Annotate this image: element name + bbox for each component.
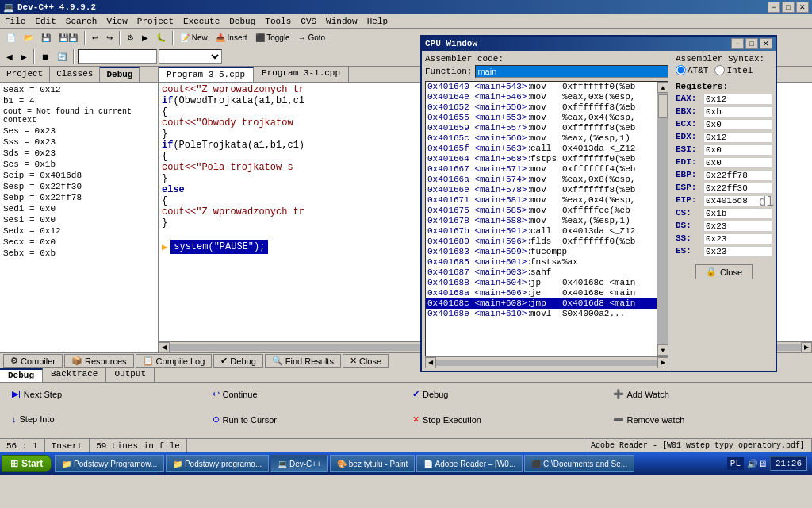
menu-search[interactable]: Search [61, 16, 102, 27]
debug-subtab-debug[interactable]: Debug [0, 368, 43, 382]
asm-row-18[interactable]: 0x401687 <main+603>:sahf [426, 267, 657, 278]
taskbar-item-1[interactable]: 📁 Podstawy programo... [166, 455, 269, 472]
toolbar-refresh[interactable]: 🔄 [54, 51, 70, 63]
asm-row-2[interactable]: 0x401652 <main+550>:mov0xfffffff8(%eb [426, 102, 657, 113]
tab-find-results[interactable]: 🔍 Find Results [265, 354, 341, 368]
asm-row-10[interactable]: 0x40166e <main+578>:mov0xfffffff8(%eb [426, 185, 657, 195]
toolbar-fwd[interactable]: ▶ [17, 51, 30, 63]
close-button[interactable]: ✕ [796, 2, 809, 13]
start-button[interactable]: ⊞ Start [2, 455, 52, 472]
menu-window[interactable]: Window [321, 16, 362, 27]
toolbar-search-input[interactable] [78, 49, 157, 64]
asm-row-19[interactable]: 0x401688 <main+604>:jp0x40168c <main [426, 278, 657, 288]
asm-row-17[interactable]: 0x401685 <main+601>:fnstsw%ax [426, 257, 657, 267]
asm-row-8[interactable]: 0x401667 <main+571>:mov0xfffffff4(%eb [426, 164, 657, 175]
left-tab-project[interactable]: Project [0, 67, 50, 82]
asm-row-selected[interactable]: 0x40168c <main+608>:jmp0x4016d8 <main [426, 298, 657, 309]
left-tab-debug[interactable]: Debug [100, 67, 140, 82]
asm-row-12[interactable]: 0x401675 <main+585>:mov0xfffffec(%eb [426, 206, 657, 216]
cpu-close-btn-title[interactable]: ✕ [760, 38, 772, 49]
tab-resources[interactable]: 📦 Resources [64, 354, 134, 368]
remove-watch-button[interactable]: ➖ Remove watch [607, 411, 806, 428]
toolbar-dropdown1[interactable] [159, 49, 222, 64]
toolbar-back[interactable]: ◀ [3, 51, 16, 63]
next-step-button[interactable]: ▶| Next Step [6, 386, 205, 402]
asm-row-6[interactable]: 0x40165f <main+563>:call0x4013da <_Z12 [426, 144, 657, 154]
debug-subtab-output[interactable]: Output [106, 368, 155, 382]
asm-row-9[interactable]: 0x40166a <main+574>:mov%eax,0x8(%esp, [426, 175, 657, 185]
taskbar-item-5[interactable]: ⬛ C:\Documents and Se... [524, 455, 634, 472]
cpu-maximize-btn[interactable]: □ [745, 38, 758, 49]
minimize-button[interactable]: − [768, 2, 780, 13]
toolbar-debug[interactable]: 🐛 [153, 32, 169, 44]
asm-row-11[interactable]: 0x401671 <main+581>:mov%eax,0x4(%esp, [426, 195, 657, 206]
menu-help[interactable]: Help [362, 16, 393, 27]
tab-close[interactable]: ✕ Close [343, 354, 389, 368]
tab-program35[interactable]: Program 3-5.cpp [159, 67, 254, 82]
asm-row-20[interactable]: 0x40168a <main+606>:je0x40168e <main [426, 288, 657, 298]
asm-hscroll-track[interactable] [436, 360, 657, 366]
toolbar-run[interactable]: ▶ [139, 32, 151, 44]
tab-program31[interactable]: Program 3-1.cpp [254, 67, 349, 82]
asm-hscroll-left[interactable]: ◀ [425, 357, 436, 368]
asm-row-1[interactable]: 0x40164e <main+546>:mov%eax,0x8(%esp, [426, 92, 657, 102]
asm-hscroll[interactable]: ◀ ▶ [425, 356, 668, 368]
asm-row-22[interactable]: 0x40168e <main+610>:movl$0x4000a2... [426, 309, 657, 319]
toolbar-redo[interactable]: ↪ [103, 32, 116, 44]
asm-row-13[interactable]: 0x401678 <main+588>:mov%eax,(%esp,1) [426, 216, 657, 226]
toolbar-new[interactable]: 📄 [3, 32, 19, 44]
asm-row-3[interactable]: 0x401655 <main+553>:mov%eax,0x4(%esp, [426, 113, 657, 123]
hscroll-right[interactable]: ▶ [801, 342, 812, 353]
asm-row-16[interactable]: 0x401683 <main+599>:fucompp [426, 247, 657, 257]
cpu-close-button[interactable]: 🔒 Close [695, 264, 753, 279]
left-tab-classes[interactable]: Classes [50, 67, 100, 82]
toolbar-undo[interactable]: ↩ [89, 32, 102, 44]
run-to-cursor-button[interactable]: ⊙ Run to Cursor [207, 411, 406, 428]
asm-list[interactable]: 0x401640 <main+543>:mov0xfffffff0(%eb 0x… [426, 82, 657, 356]
toolbar-goto-btn[interactable]: → Goto [295, 32, 328, 44]
add-watch-button[interactable]: ➕ Add Watch [607, 386, 806, 402]
asm-row-15[interactable]: 0x401680 <main+596>:flds0xfffffff0(%eb [426, 237, 657, 247]
toolbar-stop[interactable]: ⏹ [38, 51, 52, 63]
menu-project[interactable]: Project [132, 16, 178, 27]
asm-row-4[interactable]: 0x401659 <main+557>:mov0xfffffff8(%eb [426, 123, 657, 133]
toolbar-open[interactable]: 📂 [21, 32, 36, 44]
taskbar-item-0[interactable]: 📁 Podstawy Programow... [55, 455, 164, 472]
asm-row-14[interactable]: 0x40167b <main+591>:call0x4013da <_Z12 [426, 226, 657, 237]
cpu-minimize-btn[interactable]: − [731, 38, 744, 49]
asm-row-5[interactable]: 0x40165c <main+560>:mov%eax,(%esp,1) [426, 133, 657, 144]
menu-cvs[interactable]: CVS [296, 16, 321, 27]
tab-compiler[interactable]: ⚙ Compiler [3, 354, 63, 368]
syntax-att[interactable]: AT&T [676, 65, 708, 75]
syntax-intel[interactable]: Intel [714, 65, 753, 75]
menu-debug[interactable]: Debug [224, 16, 260, 27]
toolbar-saveall[interactable]: 💾💾 [56, 32, 81, 44]
menu-tools[interactable]: Tools [260, 16, 296, 27]
debug-subtab-backtrace[interactable]: Backtrace [43, 368, 106, 382]
toolbar-insert-btn[interactable]: 📥 Insert [213, 32, 251, 44]
asm-scroll-down[interactable]: ▼ [657, 344, 668, 356]
asm-row-0[interactable]: 0x401640 <main+543>:mov0xfffffff0(%eb [426, 82, 657, 92]
tab-debug-bottom[interactable]: ✔ Debug [213, 354, 262, 368]
menu-file[interactable]: File [0, 16, 30, 27]
asm-hscroll-right[interactable]: ▶ [657, 357, 668, 368]
asm-row-7[interactable]: 0x401664 <main+568>:fstps0xfffffff0(%eb [426, 154, 657, 164]
menu-edit[interactable]: Edit [30, 16, 60, 27]
toolbar-compile[interactable]: ⚙ [124, 32, 137, 44]
toolbar-save[interactable]: 💾 [38, 32, 54, 44]
menu-execute[interactable]: Execute [178, 16, 224, 27]
asm-scroll-up[interactable]: ▲ [657, 82, 668, 93]
maximize-button[interactable]: □ [782, 2, 795, 13]
debug-button[interactable]: ✔ Debug [407, 386, 606, 402]
hscroll-left[interactable]: ◀ [159, 342, 170, 353]
toolbar-new-btn[interactable]: 📝 New [177, 32, 211, 44]
stop-execution-button[interactable]: ✕ Stop Execution [407, 411, 606, 428]
asm-scrollbar[interactable]: ▲ ▼ [657, 82, 668, 356]
cpu-function-input[interactable] [475, 65, 668, 78]
step-into-button[interactable]: ↓ Step Into [6, 411, 205, 427]
menu-view[interactable]: View [102, 16, 132, 27]
taskbar-item-3[interactable]: 🎨 bez tytulu - Paint [330, 455, 415, 472]
taskbar-item-4[interactable]: 📄 Adobe Reader – [W0... [416, 455, 523, 472]
continue-button[interactable]: ↩ Continue [207, 386, 406, 402]
tab-compile-log[interactable]: 📋 Compile Log [136, 354, 213, 368]
